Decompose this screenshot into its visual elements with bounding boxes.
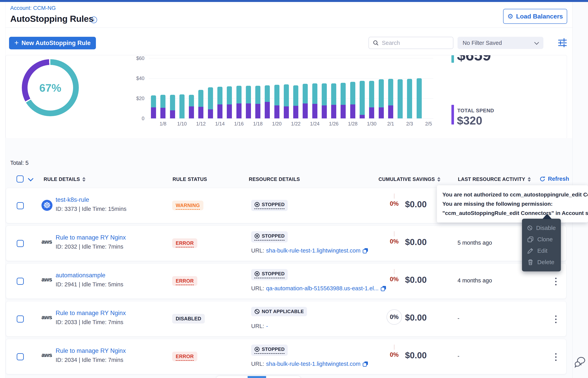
bar xyxy=(424,58,433,118)
menu-item-clone[interactable]: Clone xyxy=(522,234,561,245)
sort-icon[interactable] xyxy=(82,177,86,182)
bar xyxy=(367,58,376,118)
resource-url-link[interactable]: sha-bulk-rule-test-1.lightwingtest.com xyxy=(266,361,360,367)
filter-panel-icon[interactable] xyxy=(558,38,567,47)
y-axis-tick: $60 xyxy=(126,55,144,61)
rule-name-link[interactable]: test-k8s-rule xyxy=(56,196,89,203)
summary-chart-card: 67% $60 $40 $20 0 1/81/101/121/141/161/1… xyxy=(5,55,567,138)
row-checkbox[interactable] xyxy=(17,315,24,323)
x-axis-tick: 1/12 xyxy=(192,121,210,127)
y-axis-tick: 0 xyxy=(126,116,144,121)
rule-meta: ID: 2033 | Idle Time: 7mins xyxy=(56,319,123,325)
column-last-resource-activity[interactable]: LAST RESOURCE ACTIVITY xyxy=(458,176,531,182)
resource-url: URL: qa-automation-alb-515563988.us-east… xyxy=(251,285,386,292)
x-axis-tick: 1/10 xyxy=(173,121,192,127)
resource-status-badge[interactable]: STOPPED xyxy=(251,231,288,243)
bar xyxy=(234,58,243,118)
breadcrumb-account-link[interactable]: Account: CCM-NG xyxy=(10,5,56,11)
status-badge[interactable]: ERROR xyxy=(172,238,197,248)
search-box[interactable] xyxy=(369,37,453,49)
table-row: aws Rule to manage RY Nginx ID: 2034 | I… xyxy=(6,339,566,374)
rule-name-link[interactable]: automationsample xyxy=(56,272,105,279)
gauge-tick xyxy=(394,269,395,274)
row-context-menu: Disable Clone Edit Delete xyxy=(522,219,561,271)
savings-amount: $0.00 xyxy=(405,313,427,323)
row-checkbox[interactable] xyxy=(17,202,24,209)
rule-name-link[interactable]: Rule to manage RY Nginx xyxy=(56,347,126,354)
bar xyxy=(225,58,234,118)
rule-meta: ID: 2034 | Idle Time: 7mins xyxy=(56,357,123,363)
sort-icon[interactable] xyxy=(437,177,440,182)
status-badge[interactable]: ERROR xyxy=(172,276,197,286)
bar xyxy=(196,58,205,118)
copy-icon[interactable] xyxy=(362,248,368,254)
sort-icon[interactable] xyxy=(528,177,531,182)
search-input[interactable] xyxy=(382,40,449,46)
x-axis-tick: 1/16 xyxy=(230,121,248,127)
column-cumulative-savings[interactable]: CUMULATIVE SAVINGS xyxy=(379,176,440,182)
resource-url: URL: - xyxy=(251,323,268,329)
bar xyxy=(320,58,329,118)
menu-item-disable[interactable]: Disable xyxy=(522,222,561,234)
bar xyxy=(263,58,272,118)
new-autostopping-rule-button[interactable]: + New AutoStopping Rule xyxy=(9,37,96,49)
spend-savings-bar-chart xyxy=(149,58,433,118)
bar xyxy=(358,58,367,118)
bar xyxy=(310,58,320,118)
saved-filter-select[interactable]: No Filter Saved xyxy=(458,37,543,49)
x-axis-tick: 1/24 xyxy=(305,121,324,127)
total-savings-value: $659 xyxy=(457,55,491,64)
resource-status-badge[interactable]: STOPPED xyxy=(251,269,288,280)
pagination-active-page[interactable] xyxy=(248,376,266,378)
refresh-icon xyxy=(539,176,546,182)
row-actions-kebab-icon[interactable] xyxy=(554,314,558,324)
row-actions-kebab-icon[interactable] xyxy=(554,352,558,362)
bar xyxy=(168,58,177,118)
top-accent-bar xyxy=(0,0,588,2)
resource-status-badge[interactable]: STOPPED xyxy=(251,200,288,211)
row-actions-kebab-icon[interactable] xyxy=(554,277,558,286)
rule-name-link[interactable]: Rule to manage RY Nginx xyxy=(56,234,126,241)
resource-status-badge[interactable]: STOPPED xyxy=(251,345,288,356)
bar xyxy=(206,58,215,118)
header-divider xyxy=(5,27,572,28)
copy-icon[interactable] xyxy=(362,361,368,367)
last-activity: - xyxy=(458,315,460,322)
savings-amount: $0.00 xyxy=(405,351,427,360)
savings-amount: $0.00 xyxy=(405,275,427,285)
rule-meta: ID: 3373 | Idle Time: 15mins xyxy=(56,206,127,212)
menu-item-delete[interactable]: Delete xyxy=(522,256,561,268)
status-badge[interactable]: ERROR xyxy=(172,352,197,361)
resource-url-link[interactable]: qa-automation-alb-515563988.us-east-1.el… xyxy=(266,285,379,292)
x-axis-tick: 1/28 xyxy=(343,121,362,127)
rule-name-link[interactable]: Rule to manage RY Nginx xyxy=(56,310,126,317)
rule-meta: ID: 2941 | Idle Time: 5mins xyxy=(56,281,123,288)
spend-marker xyxy=(451,105,454,124)
resource-status-badge[interactable]: NOT APPLICABLE xyxy=(251,307,307,316)
column-rule-details[interactable]: RULE DETAILS xyxy=(44,176,86,182)
total-spend-value: $320 xyxy=(457,114,482,127)
status-badge[interactable]: DISABLED xyxy=(172,314,205,324)
context-menu-arrow xyxy=(542,214,552,219)
row-checkbox[interactable] xyxy=(17,240,24,247)
bar xyxy=(329,58,338,118)
select-all-checkbox[interactable] xyxy=(16,176,24,183)
menu-item-edit[interactable]: Edit xyxy=(522,245,561,256)
resource-url-link[interactable]: - xyxy=(266,323,268,329)
status-badge[interactable]: WARNING xyxy=(172,201,204,210)
bar xyxy=(158,58,168,118)
chat-bubble-icon[interactable] xyxy=(575,356,586,370)
bar xyxy=(244,58,253,118)
load-balancers-button[interactable]: ⚙ Load Balancers xyxy=(503,9,567,24)
info-icon[interactable]: i xyxy=(90,16,97,23)
bar xyxy=(386,58,396,118)
last-activity: - xyxy=(458,353,460,359)
row-checkbox[interactable] xyxy=(17,353,24,360)
table-row: aws automationsample ID: 2941 | Idle Tim… xyxy=(6,263,566,299)
bar xyxy=(405,58,414,118)
bar xyxy=(149,58,158,118)
refresh-button[interactable]: Refresh xyxy=(539,176,569,182)
copy-icon[interactable] xyxy=(381,285,386,291)
resource-url-link[interactable]: sha-bulk-rule-test-1.lightwingtest.com xyxy=(266,247,360,254)
row-checkbox[interactable] xyxy=(17,278,24,285)
